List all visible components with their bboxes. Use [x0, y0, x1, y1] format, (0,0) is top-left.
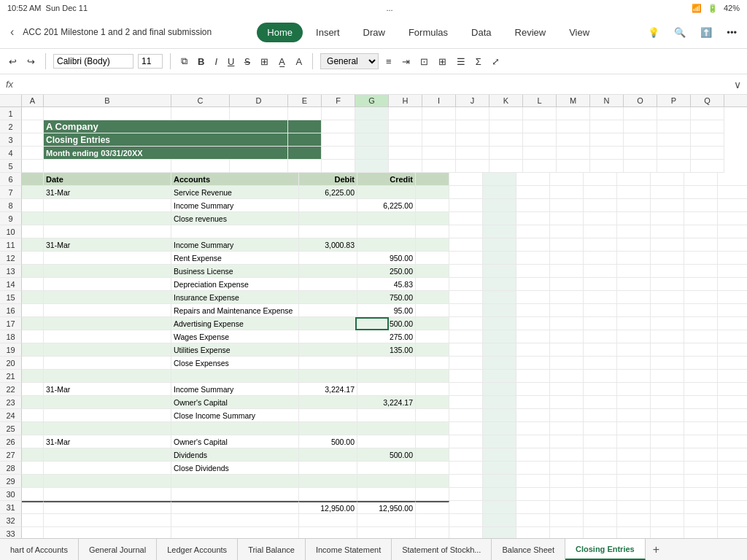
- cell-m1[interactable]: [557, 107, 590, 120]
- cell-m9[interactable]: [684, 212, 718, 225]
- cell-i22[interactable]: [550, 383, 584, 396]
- tab-insert[interactable]: Insert: [306, 23, 350, 42]
- cell-a15[interactable]: [22, 291, 44, 304]
- cell-credit-8[interactable]: 6,225.00: [357, 199, 416, 212]
- cell-f6[interactable]: [416, 173, 449, 186]
- cell-h29[interactable]: [516, 475, 550, 488]
- cell-f3[interactable]: [322, 133, 355, 147]
- cell-a3[interactable]: [22, 133, 44, 147]
- row-header-32[interactable]: 32: [0, 514, 22, 527]
- cell-debit-24[interactable]: [299, 409, 357, 422]
- cell-f31[interactable]: [449, 501, 483, 514]
- cell-k26[interactable]: [617, 435, 651, 448]
- cell-n20[interactable]: [718, 357, 747, 370]
- search-icon[interactable]: 🔍: [671, 26, 689, 39]
- back-button[interactable]: ‹: [7, 24, 17, 40]
- cell-credit-20[interactable]: [357, 357, 416, 370]
- cell-debit-28[interactable]: [299, 462, 357, 475]
- cell-f5[interactable]: [322, 160, 355, 173]
- cell-l11[interactable]: [651, 238, 684, 252]
- cell-h17[interactable]: [516, 317, 550, 330]
- cell-e3[interactable]: [288, 133, 322, 147]
- cell-d5[interactable]: [230, 160, 288, 173]
- cell-date-29[interactable]: [44, 475, 171, 488]
- cell-m33[interactable]: [651, 527, 684, 538]
- cell-k32[interactable]: [584, 514, 617, 527]
- cell-title2[interactable]: Closing Entries: [44, 133, 288, 147]
- cell-credit-16[interactable]: 95.00: [357, 304, 416, 317]
- row-header-14[interactable]: 14: [0, 278, 22, 291]
- cell-j6[interactable]: [550, 173, 584, 186]
- bulb-icon[interactable]: 💡: [645, 26, 662, 39]
- cell-credit-9[interactable]: [357, 212, 416, 225]
- cell-m2[interactable]: [557, 120, 590, 133]
- cell-m11[interactable]: [684, 238, 718, 252]
- col-header-f[interactable]: F: [322, 95, 355, 106]
- cell-a23[interactable]: [22, 396, 44, 409]
- cell-j19[interactable]: [584, 343, 617, 357]
- cell-f15[interactable]: [449, 291, 483, 304]
- cell-debit-13[interactable]: [299, 265, 357, 278]
- cell-g30[interactable]: [483, 488, 516, 501]
- cell-account-29[interactable]: [171, 475, 299, 488]
- sheet-tab-chart-of-accounts[interactable]: hart of Accounts: [0, 539, 79, 560]
- cell-e32[interactable]: [357, 514, 416, 527]
- cell-h2[interactable]: [389, 120, 422, 133]
- col-header-e[interactable]: E: [288, 95, 322, 106]
- cell-a32[interactable]: [22, 514, 44, 527]
- cell-l32[interactable]: [617, 514, 651, 527]
- cell-i1[interactable]: [422, 107, 456, 120]
- cell-f13[interactable]: [449, 265, 483, 278]
- cell-g2[interactable]: [355, 120, 389, 133]
- cell-account-31[interactable]: [171, 501, 299, 514]
- cell-h33[interactable]: [483, 527, 516, 538]
- cell-p2[interactable]: [657, 120, 691, 133]
- cell-l3[interactable]: [523, 133, 557, 147]
- row-header-19[interactable]: 19: [0, 343, 22, 357]
- cell-g7[interactable]: [483, 186, 516, 199]
- indent-icon[interactable]: ⇥: [399, 55, 413, 69]
- col-header-l[interactable]: L: [523, 95, 557, 106]
- sheet-tab-income-statement[interactable]: Income Statement: [306, 539, 392, 560]
- cell-date-10[interactable]: [44, 225, 171, 238]
- share-icon[interactable]: ⬆️: [697, 26, 715, 39]
- cell-i10[interactable]: [550, 225, 584, 238]
- cell-l14[interactable]: [651, 278, 684, 291]
- tab-home[interactable]: Home: [257, 23, 303, 42]
- cell-credit-17[interactable]: 500.00: [357, 317, 416, 330]
- col-header-q[interactable]: Q: [691, 95, 724, 106]
- cell-date-28[interactable]: [44, 462, 171, 475]
- cell-credit-12[interactable]: 950.00: [357, 252, 416, 265]
- cell-f26[interactable]: [449, 435, 483, 448]
- col-header-m[interactable]: M: [557, 95, 590, 106]
- cell-i19[interactable]: [550, 343, 584, 357]
- cell-g15[interactable]: [483, 291, 516, 304]
- cell-g17[interactable]: [483, 317, 516, 330]
- cell-g25[interactable]: [483, 422, 516, 435]
- cell-account-25[interactable]: [171, 422, 299, 435]
- col-header-o[interactable]: O: [624, 95, 657, 106]
- cell-h5[interactable]: [389, 160, 422, 173]
- cell-j10[interactable]: [584, 225, 617, 238]
- cell-i15[interactable]: [550, 291, 584, 304]
- cell-f2[interactable]: [322, 120, 355, 133]
- cell-n17[interactable]: [718, 317, 747, 330]
- cell-f18[interactable]: [449, 330, 483, 343]
- row-header-7[interactable]: 7: [0, 186, 22, 199]
- row-header-31[interactable]: 31: [0, 501, 22, 514]
- cell-o3[interactable]: [624, 133, 657, 147]
- cell-p1[interactable]: [657, 107, 691, 120]
- cell-j7[interactable]: [584, 186, 617, 199]
- cell-account-27[interactable]: Dividends: [171, 448, 299, 462]
- cell-l12[interactable]: [651, 252, 684, 265]
- cell-i18[interactable]: [550, 330, 584, 343]
- cell-m23[interactable]: [684, 396, 718, 409]
- cell-l29[interactable]: [651, 475, 684, 488]
- cell-debit-30[interactable]: [299, 488, 357, 501]
- sheet-tab-trial-balance[interactable]: Trial Balance: [238, 539, 306, 560]
- cell-f22[interactable]: [449, 383, 483, 396]
- cell-m20[interactable]: [684, 357, 718, 370]
- cell-j17[interactable]: [584, 317, 617, 330]
- cell-g22[interactable]: [483, 383, 516, 396]
- cell-credit-25[interactable]: [357, 422, 416, 435]
